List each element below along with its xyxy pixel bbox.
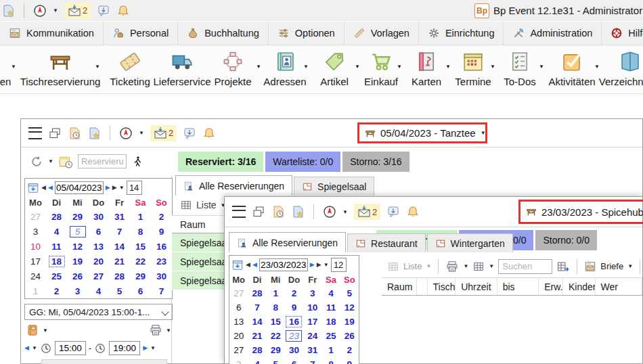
document-star-icon[interactable] — [1, 4, 15, 18]
cascade-windows-icon[interactable] — [48, 127, 62, 140]
window2-title-selector[interactable]: 23/03/2023 - Spicehub — [541, 206, 643, 218]
calendar-day[interactable]: 8 — [322, 357, 340, 364]
calendar-day[interactable]: 7 — [109, 224, 130, 239]
bell-icon[interactable] — [406, 205, 420, 219]
calendar-day[interactable]: 11 — [322, 300, 340, 315]
toolbar-item-adressen[interactable]: ▼ Adressen — [261, 46, 309, 93]
calendar-day[interactable]: 27 — [229, 286, 248, 300]
dropdown-arrow[interactable]: ▼ — [355, 64, 360, 70]
tab-alle-reservierungen[interactable]: Alle Reservierungen — [229, 232, 346, 252]
calendar-day[interactable]: 31 — [303, 343, 322, 357]
compass-dropdown-arrow[interactable]: ▼ — [53, 7, 58, 14]
compass-dropdown-arrow[interactable]: ▼ — [139, 130, 144, 136]
toolbar-item-tischreservierung[interactable]: ▼ Tischreservierung — [20, 46, 100, 93]
refresh-icon[interactable] — [30, 155, 43, 168]
prev-day-arrow[interactable]: ◀ — [48, 185, 53, 191]
badge-warteliste[interactable]: Warteliste: 0/0 — [265, 152, 340, 172]
hamburger-menu-icon[interactable] — [232, 206, 246, 218]
calendar-day[interactable]: 28 — [46, 209, 67, 224]
calendar-day[interactable]: 1 — [322, 343, 340, 357]
time-prev-dropdown[interactable]: ▼ — [32, 345, 37, 351]
calendar-day[interactable]: 7 — [151, 283, 172, 298]
time-from-input[interactable] — [55, 341, 86, 355]
calendar-day[interactable]: 28 — [109, 269, 130, 283]
calendar-day[interactable]: 29 — [267, 343, 285, 357]
calendar-day[interactable]: 8 — [130, 224, 151, 239]
mail-button[interactable]: 2 — [150, 125, 177, 141]
calendar-day[interactable]: 4 — [322, 286, 340, 300]
calendar-day[interactable]: 1 — [267, 286, 285, 300]
calendar-day[interactable]: 3 — [25, 224, 46, 239]
print-dropdown-arrow[interactable]: ▼ — [463, 263, 468, 269]
dropdown-arrow[interactable]: ▼ — [11, 64, 16, 70]
calendar-day[interactable]: 23 — [285, 329, 303, 343]
badge-storno[interactable]: Storno: 0/0 — [535, 230, 597, 250]
calendar-day[interactable]: 5 — [109, 283, 130, 298]
refresh-dropdown-arrow[interactable]: ▼ — [48, 158, 53, 164]
next-month-arrow[interactable]: ▶ — [112, 185, 117, 191]
menu-item-buchhaltung[interactable]: Buchhaltung — [178, 22, 269, 45]
calendar-day[interactable]: 3 — [303, 286, 322, 300]
calendar-day[interactable]: 30 — [151, 269, 172, 283]
briefe-icon[interactable] — [584, 260, 596, 273]
prev-day-arrow[interactable]: ◀ — [252, 262, 257, 268]
gg-period-select[interactable]: GG: Mi, 05/04/2023 15:00-1... — [24, 304, 173, 320]
toolbar-item-artikel[interactable]: ▼ Artikel — [309, 46, 360, 93]
calendar-day[interactable]: 29 — [130, 269, 151, 283]
search-input[interactable] — [498, 259, 552, 274]
calendar-day[interactable]: 27 — [88, 269, 109, 283]
export-table-icon[interactable] — [556, 260, 570, 273]
date-input[interactable] — [55, 181, 104, 194]
calendar-day[interactable]: 17 — [303, 315, 322, 329]
dropdown-arrow[interactable]: ▼ — [95, 64, 100, 70]
prev-month-arrow[interactable]: ◀ — [246, 262, 250, 268]
calendar-day[interactable]: 2 — [285, 286, 303, 300]
menu-item-personal[interactable]: Personal — [104, 22, 178, 45]
compass-icon[interactable] — [119, 127, 133, 140]
column-header-kinder[interactable]: Kinder — [563, 278, 596, 295]
menu-item-hilfe[interactable]: Hilfe — [602, 22, 643, 45]
column-header-tisch[interactable]: Tisch — [428, 278, 456, 295]
dropdown-arrow[interactable]: ▼ — [594, 64, 600, 70]
date-input[interactable] — [259, 258, 308, 271]
view-dropdown-arrow[interactable]: ▼ — [489, 263, 494, 269]
dropdown-arrow[interactable]: ▼ — [303, 64, 309, 70]
bell-icon[interactable] — [116, 4, 130, 18]
compass-dropdown-arrow[interactable]: ▼ — [342, 209, 348, 215]
calendar-day[interactable]: 8 — [267, 300, 285, 315]
menu-item-optionen[interactable]: Optionen — [269, 22, 345, 45]
calendar-day[interactable]: 28 — [248, 286, 266, 300]
toolbar-item-projekte[interactable]: ▼ Projekte — [204, 46, 261, 93]
liste-button[interactable]: Liste — [403, 261, 422, 271]
dropdown-arrow[interactable]: ▼ — [539, 64, 544, 70]
calendar-day[interactable]: 4 — [248, 357, 266, 364]
mail-button[interactable]: 2 — [354, 204, 380, 220]
tab-wintergarten[interactable]: Wintergarten — [427, 233, 513, 252]
calendar-day[interactable]: 5 — [67, 224, 88, 239]
calendar-day[interactable]: 13 — [229, 315, 248, 329]
toolbar-item-lieferservice[interactable]: Lieferservice — [160, 46, 204, 93]
calendar-day[interactable]: 3 — [229, 357, 248, 364]
calendar-day[interactable]: 25 — [322, 329, 340, 343]
calendar-day[interactable]: 16 — [285, 315, 303, 329]
calendar-day[interactable]: 5 — [267, 357, 285, 364]
time-to-input[interactable] — [109, 341, 140, 355]
calendar-day[interactable]: 5 — [340, 286, 359, 300]
calendar-day[interactable]: 17 — [25, 254, 46, 269]
time-prev-arrow[interactable]: ◀ — [24, 345, 29, 351]
bell-icon[interactable] — [202, 127, 216, 140]
calendar-day[interactable]: 14 — [109, 239, 130, 254]
calendar-day[interactable]: 18 — [322, 315, 340, 329]
toolbar-item-einkauf[interactable]: ▼ Einkauf — [360, 46, 402, 93]
calendar-day[interactable]: 4 — [46, 224, 67, 239]
calendar-day[interactable]: 31 — [109, 209, 130, 224]
calendar-day[interactable]: 25 — [46, 269, 67, 283]
document-star-icon[interactable] — [87, 127, 101, 140]
calendar-day[interactable]: 14 — [248, 315, 266, 329]
calendar-day[interactable]: 11 — [46, 239, 67, 254]
calendar-day[interactable]: 2 — [340, 343, 359, 357]
calendar-day[interactable]: 4 — [88, 283, 109, 298]
calendar-day[interactable]: 28 — [248, 343, 266, 357]
calendar-day[interactable]: 7 — [303, 357, 322, 364]
menu-item-kommunikation[interactable]: Kommunikation — [0, 22, 104, 45]
